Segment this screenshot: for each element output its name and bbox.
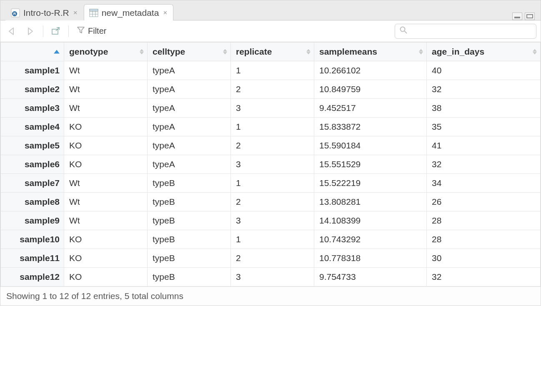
cell-genotype[interactable]: KO (64, 136, 148, 155)
cell-samplemeans[interactable]: 10.778318 (314, 249, 427, 268)
cell-replicate[interactable]: 1 (231, 230, 314, 249)
cell-age_in_days[interactable]: 34 (427, 174, 541, 193)
table-row[interactable]: sample8WttypeB213.80828126 (1, 193, 541, 211)
cell-age_in_days[interactable]: 32 (427, 80, 541, 99)
col-header-replicate[interactable]: replicate (231, 43, 314, 61)
table-row[interactable]: sample1WttypeA110.26610240 (1, 61, 541, 80)
cell-samplemeans[interactable]: 15.590184 (314, 136, 427, 155)
cell-genotype[interactable]: KO (64, 249, 148, 268)
cell-celltype[interactable]: typeA (148, 118, 231, 136)
cell-samplemeans[interactable]: 13.808281 (314, 193, 427, 211)
cell-celltype[interactable]: typeB (148, 230, 231, 249)
cell-genotype[interactable]: Wt (64, 211, 148, 230)
cell-genotype[interactable]: KO (64, 155, 148, 174)
row-name[interactable]: sample9 (1, 211, 64, 230)
cell-samplemeans[interactable]: 14.108399 (314, 211, 427, 230)
cell-replicate[interactable]: 2 (231, 136, 314, 155)
cell-age_in_days[interactable]: 41 (427, 136, 541, 155)
row-name[interactable]: sample6 (1, 155, 64, 174)
table-row[interactable]: sample12KOtypeB39.75473332 (1, 268, 541, 286)
col-header-samplemeans[interactable]: samplemeans (314, 43, 427, 61)
row-name[interactable]: sample8 (1, 193, 64, 211)
cell-genotype[interactable]: Wt (64, 61, 148, 80)
cell-genotype[interactable]: KO (64, 268, 148, 286)
cell-celltype[interactable]: typeA (148, 136, 231, 155)
cell-celltype[interactable]: typeB (148, 193, 231, 211)
cell-samplemeans[interactable]: 15.522219 (314, 174, 427, 193)
close-icon[interactable]: × (163, 9, 167, 17)
cell-replicate[interactable]: 2 (231, 80, 314, 99)
table-row[interactable]: sample5KOtypeA215.59018441 (1, 136, 541, 155)
cell-celltype[interactable]: typeA (148, 99, 231, 118)
cell-celltype[interactable]: typeB (148, 249, 231, 268)
close-icon[interactable]: × (73, 9, 78, 17)
cell-replicate[interactable]: 3 (231, 155, 314, 174)
table-row[interactable]: sample3WttypeA39.45251738 (1, 99, 541, 118)
cell-age_in_days[interactable]: 28 (427, 230, 541, 249)
cell-celltype[interactable]: typeB (148, 211, 231, 230)
cell-genotype[interactable]: KO (64, 118, 148, 136)
cell-replicate[interactable]: 1 (231, 118, 314, 136)
row-name[interactable]: sample11 (1, 249, 64, 268)
cell-samplemeans[interactable]: 9.754733 (314, 268, 427, 286)
cell-replicate[interactable]: 1 (231, 61, 314, 80)
table-row[interactable]: sample11KOtypeB210.77831830 (1, 249, 541, 268)
filter-button[interactable]: Filter (75, 25, 108, 38)
cell-genotype[interactable]: Wt (64, 80, 148, 99)
cell-replicate[interactable]: 2 (231, 249, 314, 268)
cell-age_in_days[interactable]: 32 (427, 268, 541, 286)
cell-celltype[interactable]: typeA (148, 80, 231, 99)
row-name[interactable]: sample1 (1, 61, 64, 80)
cell-samplemeans[interactable]: 15.551529 (314, 155, 427, 174)
cell-age_in_days[interactable]: 35 (427, 118, 541, 136)
cell-samplemeans[interactable]: 10.266102 (314, 61, 427, 80)
cell-genotype[interactable]: Wt (64, 193, 148, 211)
search-box[interactable] (395, 24, 536, 39)
table-row[interactable]: sample6KOtypeA315.55152932 (1, 155, 541, 174)
col-header-celltype[interactable]: celltype (148, 43, 231, 61)
cell-replicate[interactable]: 3 (231, 268, 314, 286)
cell-replicate[interactable]: 1 (231, 174, 314, 193)
forward-button[interactable] (23, 26, 37, 37)
cell-samplemeans[interactable]: 10.743292 (314, 230, 427, 249)
col-header-genotype[interactable]: genotype (64, 43, 148, 61)
tab-new-metadata[interactable]: new_metadata × (84, 4, 174, 20)
cell-samplemeans[interactable]: 10.849759 (314, 80, 427, 99)
cell-celltype[interactable]: typeA (148, 155, 231, 174)
cell-replicate[interactable]: 3 (231, 211, 314, 230)
cell-age_in_days[interactable]: 32 (427, 155, 541, 174)
tab-intro-to-r[interactable]: R Intro-to-R.R × (5, 4, 84, 20)
cell-age_in_days[interactable]: 26 (427, 193, 541, 211)
maximize-button[interactable] (525, 13, 535, 20)
row-name[interactable]: sample7 (1, 174, 64, 193)
row-name[interactable]: sample10 (1, 230, 64, 249)
cell-age_in_days[interactable]: 40 (427, 61, 541, 80)
cell-age_in_days[interactable]: 28 (427, 211, 541, 230)
table-row[interactable]: sample7WttypeB115.52221934 (1, 174, 541, 193)
col-header-rownames[interactable] (1, 43, 64, 61)
table-row[interactable]: sample4KOtypeA115.83387235 (1, 118, 541, 136)
back-button[interactable] (5, 26, 19, 37)
table-row[interactable]: sample10KOtypeB110.74329228 (1, 230, 541, 249)
table-row[interactable]: sample2WttypeA210.84975932 (1, 80, 541, 99)
search-input[interactable] (408, 26, 532, 36)
cell-age_in_days[interactable]: 30 (427, 249, 541, 268)
row-name[interactable]: sample3 (1, 99, 64, 118)
cell-genotype[interactable]: Wt (64, 174, 148, 193)
minimize-button[interactable] (512, 13, 522, 20)
row-name[interactable]: sample5 (1, 136, 64, 155)
cell-samplemeans[interactable]: 9.452517 (314, 99, 427, 118)
cell-celltype[interactable]: typeB (148, 174, 231, 193)
row-name[interactable]: sample2 (1, 80, 64, 99)
popout-button[interactable] (49, 26, 63, 37)
cell-samplemeans[interactable]: 15.833872 (314, 118, 427, 136)
cell-genotype[interactable]: Wt (64, 99, 148, 118)
cell-replicate[interactable]: 3 (231, 99, 314, 118)
cell-genotype[interactable]: KO (64, 230, 148, 249)
cell-celltype[interactable]: typeA (148, 61, 231, 80)
row-name[interactable]: sample12 (1, 268, 64, 286)
cell-replicate[interactable]: 2 (231, 193, 314, 211)
cell-celltype[interactable]: typeB (148, 268, 231, 286)
table-row[interactable]: sample9WttypeB314.10839928 (1, 211, 541, 230)
col-header-age-in-days[interactable]: age_in_days (427, 43, 541, 61)
